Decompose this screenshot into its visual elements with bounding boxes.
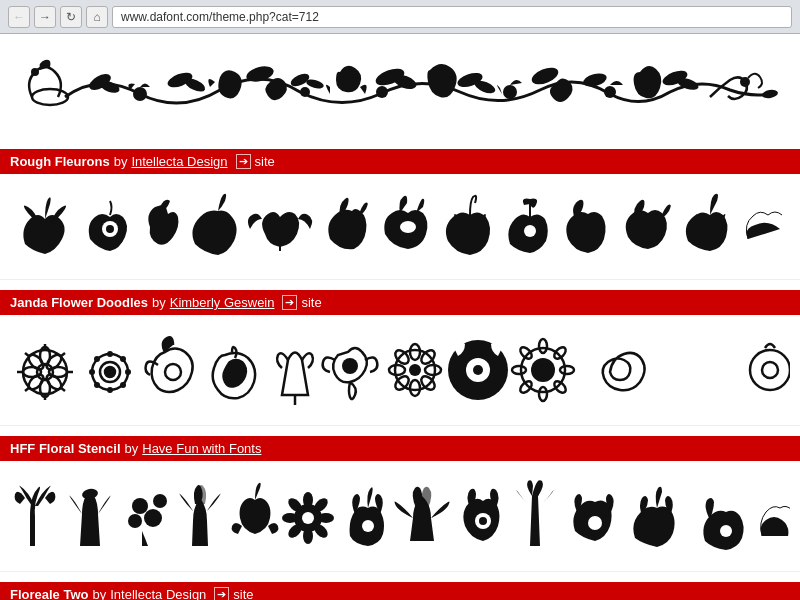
- svg-point-42: [26, 352, 46, 372]
- svg-point-43: [44, 352, 64, 372]
- svg-point-64: [389, 365, 405, 375]
- address-bar[interactable]: www.dafont.com/theme.php?cat=712: [112, 6, 792, 28]
- rough-fleurons-section: Rough Fleurons by Intellecta Design ➔ si…: [0, 149, 800, 280]
- svg-point-52: [89, 369, 95, 375]
- svg-point-83: [750, 350, 790, 390]
- svg-point-92: [303, 492, 313, 508]
- hff-header: HFF Floral Stencil by Have Fun with Font…: [0, 436, 800, 461]
- rough-fleurons-header: Rough Fleurons by Intellecta Design ➔ si…: [0, 149, 800, 174]
- svg-point-51: [107, 387, 113, 393]
- svg-point-49: [107, 351, 113, 357]
- svg-point-85: [81, 488, 98, 501]
- svg-point-74: [531, 358, 555, 382]
- svg-point-63: [410, 380, 420, 396]
- rough-fleurons-preview: [0, 174, 800, 280]
- floreale-two-site-arrow-icon: ➔: [214, 587, 229, 600]
- svg-point-78: [560, 366, 574, 374]
- rough-fleurons-site-link[interactable]: ➔ site: [236, 154, 275, 169]
- hff-designer-link[interactable]: Have Fun with Fonts: [142, 441, 261, 456]
- svg-point-93: [303, 528, 313, 544]
- hff-svg: [10, 476, 790, 556]
- svg-point-81: [518, 379, 534, 395]
- rough-fleurons-name: Rough Fleurons: [10, 154, 110, 169]
- floreale-two-site-label: site: [233, 587, 253, 600]
- floreale-two-by: by: [93, 587, 107, 600]
- forward-button[interactable]: →: [34, 6, 56, 28]
- rough-fleurons-svg: [10, 189, 790, 264]
- svg-point-77: [512, 366, 526, 374]
- svg-point-57: [165, 364, 181, 380]
- back-button[interactable]: ←: [8, 6, 30, 28]
- svg-point-0: [32, 89, 68, 105]
- svg-point-86: [132, 498, 148, 514]
- svg-point-84: [762, 362, 778, 378]
- rough-fleurons-designer-link[interactable]: Intellecta Design: [131, 154, 227, 169]
- svg-point-75: [539, 339, 547, 353]
- svg-point-72: [473, 365, 483, 375]
- svg-point-13: [376, 86, 388, 98]
- janda-site-link[interactable]: ➔ site: [282, 295, 321, 310]
- svg-point-44: [26, 372, 46, 392]
- page-content: Rough Fleurons by Intellecta Design ➔ si…: [0, 34, 800, 600]
- svg-point-8: [300, 87, 310, 97]
- janda-header: Janda Flower Doodles by Kimberly Geswein…: [0, 290, 800, 315]
- browser-chrome: ← → ↻ ⌂ www.dafont.com/theme.php?cat=712: [0, 0, 800, 34]
- svg-point-91: [302, 512, 314, 524]
- svg-point-59: [342, 358, 358, 374]
- svg-point-45: [44, 372, 64, 392]
- browser-nav: ← → ↻ ⌂ www.dafont.com/theme.php?cat=712: [8, 6, 792, 28]
- svg-point-87: [153, 494, 167, 508]
- svg-point-62: [410, 344, 420, 360]
- reload-button[interactable]: ↻: [60, 6, 82, 28]
- janda-svg: [10, 330, 790, 410]
- janda-preview: [0, 315, 800, 426]
- floreale-two-designer-link[interactable]: Intellecta Design: [110, 587, 206, 600]
- svg-point-23: [761, 88, 778, 99]
- svg-point-19: [604, 86, 616, 98]
- janda-site-arrow-icon: ➔: [282, 295, 297, 310]
- floreale-two-section: Floreale Two by Intellecta Design ➔ site: [0, 582, 800, 600]
- svg-point-54: [120, 382, 126, 388]
- janda-designer-link[interactable]: Kimberly Geswein: [170, 295, 275, 310]
- hff-preview: [0, 461, 800, 572]
- svg-point-100: [362, 520, 374, 532]
- svg-point-16: [503, 85, 517, 99]
- svg-point-29: [37, 364, 53, 380]
- hff-by: by: [125, 441, 139, 456]
- svg-point-25: [106, 225, 114, 233]
- floreale-two-name: Floreale Two: [10, 587, 89, 600]
- svg-point-95: [318, 513, 334, 523]
- floreale-two-header: Floreale Two by Intellecta Design ➔ site: [0, 582, 800, 600]
- janda-by: by: [152, 295, 166, 310]
- janda-name: Janda Flower Doodles: [10, 295, 148, 310]
- svg-point-79: [518, 345, 534, 361]
- rough-fleurons-site-label: site: [255, 154, 275, 169]
- svg-point-76: [539, 387, 547, 401]
- svg-point-1: [31, 68, 39, 76]
- rough-fleurons-by: by: [114, 154, 128, 169]
- svg-point-89: [128, 514, 142, 528]
- svg-point-55: [94, 382, 100, 388]
- svg-point-48: [105, 367, 115, 377]
- hff-floral-stencil-section: HFF Floral Stencil by Have Fun with Font…: [0, 436, 800, 572]
- svg-point-4: [133, 87, 147, 101]
- floreale-two-site-link[interactable]: ➔ site: [214, 587, 253, 600]
- top-banner-svg: [10, 47, 790, 137]
- url-path: /theme.php?cat=712: [209, 10, 319, 24]
- svg-point-27: [524, 225, 536, 237]
- svg-point-88: [144, 509, 162, 527]
- svg-point-26: [400, 221, 416, 233]
- svg-point-22: [740, 77, 750, 87]
- svg-point-53: [120, 356, 126, 362]
- janda-flower-doodles-section: Janda Flower Doodles by Kimberly Geswein…: [0, 290, 800, 426]
- svg-point-104: [720, 525, 732, 537]
- top-banner-section: [0, 34, 800, 149]
- janda-site-label: site: [301, 295, 321, 310]
- home-button[interactable]: ⌂: [86, 6, 108, 28]
- hff-name: HFF Floral Stencil: [10, 441, 121, 456]
- svg-point-82: [552, 379, 568, 395]
- svg-point-56: [94, 356, 100, 362]
- svg-point-65: [425, 365, 441, 375]
- svg-point-80: [552, 345, 568, 361]
- url-domain: www.dafont.com: [121, 10, 209, 24]
